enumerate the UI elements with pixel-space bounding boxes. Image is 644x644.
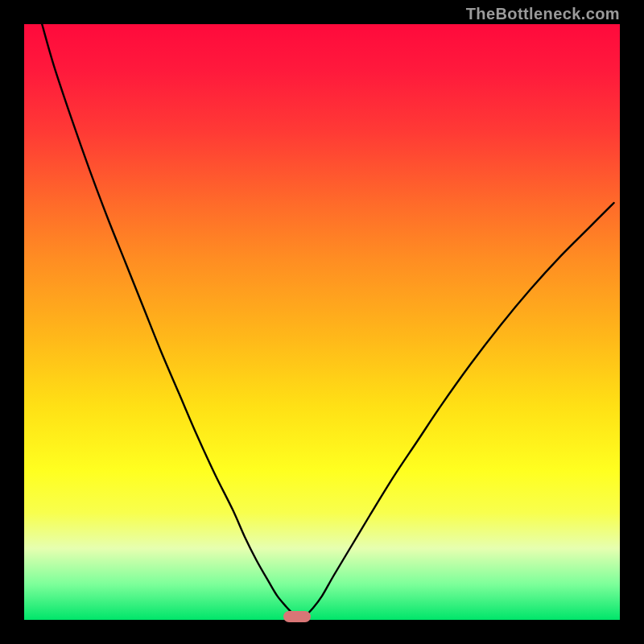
chart-frame: TheBottleneck.com: [0, 0, 644, 644]
watermark-text: TheBottleneck.com: [466, 5, 620, 23]
minimum-marker: [283, 611, 311, 622]
bottleneck-curve: [24, 24, 620, 620]
